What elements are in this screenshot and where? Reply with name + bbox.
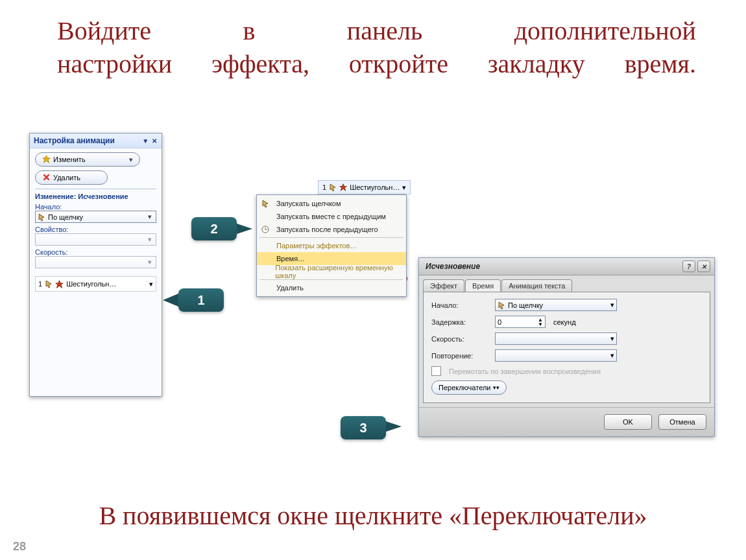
delete-button[interactable]: Удалить [35,170,108,185]
delete-icon [42,173,51,183]
clock-icon [259,224,271,235]
repeat-dropdown[interactable]: ▾ [495,349,617,362]
item-number: 1 [38,280,42,288]
star-icon [42,155,51,165]
delay-unit: секунд [553,318,576,326]
separator [259,279,403,280]
callout-3: 3 [341,416,386,439]
rewind-label: Перемотать по завершении воспроизведения [449,368,601,375]
exit-star-icon [55,280,64,288]
start-label: Начало: [431,301,487,309]
change-button-label: Изменить [53,156,86,163]
ctx-label: Показать расширенную временную шкалу [275,264,402,279]
ctx-label: Параметры эффектов… [276,242,357,250]
mouse-icon [329,183,337,191]
speed-label: Скорость: [35,248,156,256]
animation-taskpane: Настройка анимации ▼ ✕ Изменить ▾ Удалит… [29,133,162,397]
start-label: Начало: [35,203,156,211]
dialog-tabs: Эффект Время Анимация текста [423,279,710,292]
chevron-down-icon: ▾ [129,156,133,164]
triggers-button[interactable]: Переключатели ▾▾ [431,380,507,395]
separator [259,237,403,238]
ok-button[interactable]: OK [604,414,652,430]
ctx-label: Запускать после предыдущего [276,226,378,233]
field-repeat: Повторение: ▾ [431,349,702,362]
mouse-icon [38,213,45,221]
taskpane-title-bar[interactable]: Настройка анимации ▼ ✕ [30,134,162,148]
change-button[interactable]: Изменить ▾ [35,152,140,167]
callout-2: 2 [191,217,237,240]
title-line1: Войдите в панель дополнительной [57,16,696,45]
ctx-effect-options[interactable]: Параметры эффектов… [257,239,406,252]
taskpane-title: Настройка анимации [34,136,115,145]
exit-star-icon [339,183,347,191]
delete-button-label: Удалить [53,174,80,181]
tab-text-animation[interactable]: Анимация текста [501,279,572,292]
tab-timing[interactable]: Время [465,279,501,292]
svg-marker-0 [43,155,50,162]
start-dropdown[interactable]: По щелчку ▾ [35,211,156,223]
chevron-down-icon: ▾ [146,258,154,266]
start-value: По щелчку [508,301,543,309]
double-chevron-icon: ▾▾ [493,384,499,391]
item-tag-number: 1 [322,183,326,191]
speed-dropdown[interactable]: ▾ [495,332,617,345]
close-button[interactable]: ✕ [697,261,710,272]
rewind-checkbox[interactable] [431,366,441,376]
field-rewind: Перемотать по завершении воспроизведения [431,366,702,376]
ctx-label: Удалить [276,284,304,292]
field-start: Начало: По щелчку ▾ [431,299,702,311]
delay-value: 0 [498,318,501,326]
field-speed: Скорость: ▾ [431,332,702,345]
dialog-title-bar[interactable]: Исчезновение ? ✕ [419,258,714,275]
item-tag-text: Шестиугольн… [350,183,400,191]
callout-1: 1 [178,288,224,312]
slide-title: Войдите в панель дополнительной настройк… [57,14,696,80]
animation-list-item[interactable]: 1 Шестиугольн… ▾ [35,276,156,292]
svg-marker-1 [56,280,63,287]
speed-label: Скорость: [431,335,487,343]
ctx-start-on-click[interactable]: Запускать щелчком [257,197,406,210]
ctx-show-timeline[interactable]: Показать расширенную временную шкалу [257,265,406,278]
help-button[interactable]: ? [682,261,695,272]
dialog-buttons: OK Отмена [419,407,714,436]
ctx-timing[interactable]: Время… [257,252,406,265]
context-target-tag[interactable]: 1 Шестиугольн… ▾ [318,180,411,194]
page-number: 28 [13,540,26,554]
property-dropdown: ▾ [35,233,156,246]
property-label: Свойство: [35,226,156,233]
cancel-button[interactable]: Отмена [658,414,706,430]
chevron-down-icon: ▾ [149,280,153,288]
slide-bottom-text: В появившемся окне щелкните «Переключате… [26,499,720,532]
delay-spinner[interactable]: 0 ▲▼ [495,316,546,328]
context-menu: Запускать щелчком Запускать вместе с пре… [256,194,407,297]
tab-effect[interactable]: Эффект [423,279,464,292]
chevron-down-icon: ▾ [402,183,406,192]
title-line2: настройки эффекта, откройте закладку вре… [57,49,696,78]
timing-dialog: Исчезновение ? ✕ Эффект Время Анимация т… [418,257,715,437]
chevron-down-icon: ▾ [146,235,154,244]
mouse-icon [259,198,271,209]
ctx-start-with-previous[interactable]: Запускать вместе с предыдущим [257,210,406,223]
taskpane-dropdown-icon[interactable]: ▼ ✕ [142,137,158,145]
spinner-icon: ▲▼ [538,318,543,327]
item-text: Шестиугольн… [66,280,116,288]
dialog-body: Начало: По щелчку ▾ Задержка: 0 ▲▼ секун… [423,292,710,403]
start-value: По щелчку [48,213,83,221]
ctx-label: Время… [276,255,305,262]
chevron-down-icon: ▾ [610,301,614,309]
chevron-down-icon: ▾ [610,351,614,360]
mouse-icon [45,280,53,288]
start-dropdown[interactable]: По щелчку ▾ [495,299,617,311]
taskpane-section-title: Изменение: Исчезновение [35,189,156,200]
ctx-delete[interactable]: Удалить [257,281,406,294]
triggers-button-label: Переключатели [439,384,490,391]
dialog-title: Исчезновение [426,262,480,271]
ctx-start-after-previous[interactable]: Запускать после предыдущего [257,223,406,236]
ctx-label: Запускать щелчком [276,200,341,207]
repeat-label: Повторение: [431,352,487,360]
chevron-down-icon: ▾ [610,334,614,343]
chevron-down-icon: ▾ [146,213,154,221]
ctx-label: Запускать вместе с предыдущим [276,213,386,220]
field-delay: Задержка: 0 ▲▼ секунд [431,316,702,328]
